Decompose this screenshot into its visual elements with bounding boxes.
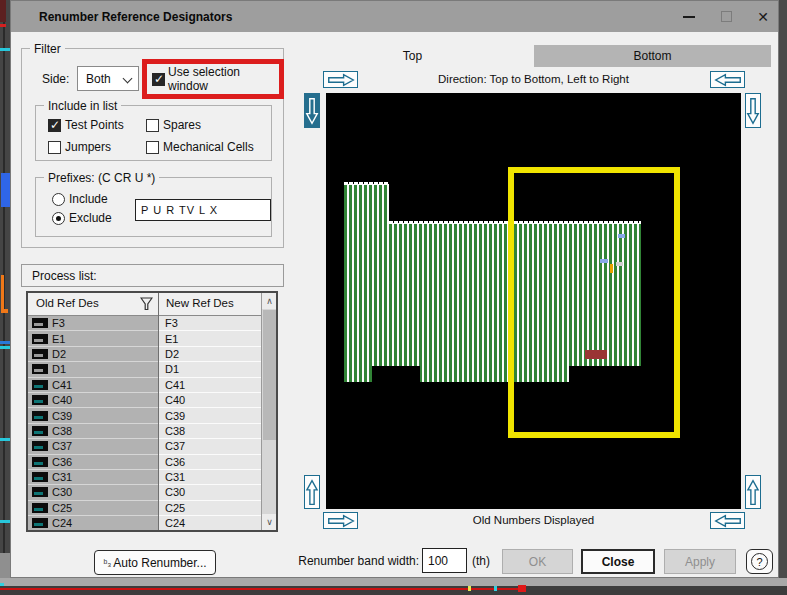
auto-renumber-button[interactable]: ᵇ₃ Auto Renumber... xyxy=(94,550,216,575)
process-table-head[interactable]: Old Ref Des New Ref Des xyxy=(28,293,261,316)
table-row[interactable]: D1 D1 xyxy=(28,362,261,377)
background-app-right-edge xyxy=(779,0,787,595)
old-ref-cell[interactable]: C30 xyxy=(28,485,158,500)
new-ref-cell[interactable]: C24 xyxy=(159,516,261,530)
component-icon xyxy=(32,395,48,405)
use-selection-window-label: Use selection window xyxy=(168,65,279,93)
new-ref-cell[interactable]: C41 xyxy=(159,378,261,393)
scroll-down-button[interactable]: ∨ xyxy=(262,514,277,530)
test-points-checkbox[interactable] xyxy=(48,119,61,132)
new-ref-cell[interactable]: C36 xyxy=(159,455,261,470)
old-ref-cell[interactable]: C36 xyxy=(28,455,158,470)
prefixes-input[interactable]: P U R TV L X xyxy=(135,199,271,221)
old-ref-cell[interactable]: F3 xyxy=(28,316,158,331)
exclude-label: Exclude xyxy=(69,211,112,225)
old-ref-cell[interactable]: D2 xyxy=(28,347,158,362)
minimize-button[interactable] xyxy=(671,1,707,32)
spares-option[interactable]: Spares xyxy=(146,118,201,132)
include-in-list-group: Include in list Test Points Spares Jumpe… xyxy=(35,105,272,161)
arrow-down-button-right[interactable] xyxy=(745,93,761,128)
arrow-up-button-left[interactable] xyxy=(304,475,320,509)
new-ref-cell[interactable]: E1 xyxy=(159,331,261,346)
test-points-option[interactable]: Test Points xyxy=(48,118,124,132)
new-ref-cell[interactable]: D1 xyxy=(159,362,261,377)
table-row[interactable]: C30 C30 xyxy=(28,485,261,500)
new-ref-des-column-header[interactable]: New Ref Des xyxy=(166,297,234,309)
new-ref-cell[interactable]: D2 xyxy=(159,347,261,362)
filter-funnel-icon[interactable] xyxy=(140,297,153,314)
component-icon xyxy=(32,349,48,359)
band-width-label: Renumber band width: xyxy=(251,554,419,568)
new-ref-cell[interactable]: C30 xyxy=(159,485,261,500)
old-ref-des-column-header[interactable]: Old Ref Des xyxy=(36,297,99,309)
table-scrollbar[interactable]: ∧ ∨ xyxy=(261,293,276,530)
old-ref-cell[interactable]: C41 xyxy=(28,378,158,393)
spares-checkbox[interactable] xyxy=(146,119,159,132)
table-row[interactable]: F3 F3 xyxy=(28,316,261,331)
table-row[interactable]: C24 C24 xyxy=(28,516,261,530)
old-ref-cell[interactable]: C37 xyxy=(28,439,158,454)
exclude-radio[interactable] xyxy=(52,212,65,225)
old-ref-value: C24 xyxy=(52,517,72,529)
board-preview[interactable] xyxy=(326,93,741,509)
mechanical-cells-option[interactable]: Mechanical Cells xyxy=(146,140,254,154)
new-ref-value: C37 xyxy=(165,440,185,452)
new-ref-cell[interactable]: C37 xyxy=(159,439,261,454)
table-row[interactable]: C39 C39 xyxy=(28,408,261,423)
table-row[interactable]: C36 C36 xyxy=(28,455,261,470)
new-ref-cell[interactable]: C31 xyxy=(159,470,261,485)
include-radio[interactable] xyxy=(52,193,65,206)
background-mark xyxy=(1,275,4,313)
component-icon xyxy=(32,472,48,482)
old-ref-cell[interactable]: D1 xyxy=(28,362,158,377)
close-dialog-button[interactable]: Close xyxy=(581,549,655,574)
ok-button[interactable]: OK xyxy=(502,549,573,574)
new-ref-cell[interactable]: C39 xyxy=(159,408,261,423)
new-ref-cell[interactable]: C38 xyxy=(159,424,261,439)
mechanical-cells-checkbox[interactable] xyxy=(146,141,159,154)
table-row[interactable]: E1 E1 xyxy=(28,331,261,346)
table-row[interactable]: D2 D2 xyxy=(28,347,261,362)
side-dropdown-value: Both xyxy=(86,72,111,86)
arrow-up-button-right[interactable] xyxy=(745,475,761,509)
old-ref-cell[interactable]: C24 xyxy=(28,516,158,530)
old-ref-cell[interactable]: C39 xyxy=(28,408,158,423)
old-ref-cell[interactable]: C25 xyxy=(28,501,158,516)
old-ref-cell[interactable]: C40 xyxy=(28,393,158,408)
old-ref-value: C30 xyxy=(52,486,72,498)
arrow-down-button-left[interactable] xyxy=(304,93,320,128)
titlebar[interactable]: Renumber Reference Designators ✕ xyxy=(11,1,778,32)
old-ref-cell[interactable]: C38 xyxy=(28,424,158,439)
maximize-button[interactable] xyxy=(708,1,744,32)
scrollbar-thumb[interactable] xyxy=(263,310,276,440)
table-row[interactable]: C41 C41 xyxy=(28,378,261,393)
new-ref-cell[interactable]: C40 xyxy=(159,393,261,408)
table-row[interactable]: C25 C25 xyxy=(28,501,261,516)
arrow-right-button-top-left[interactable] xyxy=(323,71,358,88)
use-selection-window-checkbox[interactable] xyxy=(152,73,165,86)
tab-top[interactable]: Top xyxy=(291,45,534,67)
exclude-option[interactable]: Exclude xyxy=(52,211,112,225)
jumpers-checkbox[interactable] xyxy=(48,141,61,154)
include-option[interactable]: Include xyxy=(52,192,108,206)
side-dropdown[interactable]: Both xyxy=(77,66,139,91)
table-row[interactable]: C40 C40 xyxy=(28,393,261,408)
scroll-up-button[interactable]: ∧ xyxy=(262,293,277,309)
new-ref-cell[interactable]: F3 xyxy=(159,316,261,331)
old-ref-cell[interactable]: E1 xyxy=(28,331,158,346)
apply-button[interactable]: Apply xyxy=(664,549,736,574)
table-row[interactable]: C31 C31 xyxy=(28,470,261,485)
old-ref-cell[interactable]: C31 xyxy=(28,470,158,485)
tab-bottom[interactable]: Bottom xyxy=(534,45,771,67)
new-ref-value: C36 xyxy=(165,456,185,468)
band-width-input[interactable]: 100 xyxy=(422,548,467,573)
close-button[interactable]: ✕ xyxy=(745,1,781,32)
arrow-left-button-top-right[interactable] xyxy=(710,71,745,88)
new-ref-value: C25 xyxy=(165,502,185,514)
old-ref-value: C31 xyxy=(52,471,72,483)
table-row[interactable]: C37 C37 xyxy=(28,439,261,454)
new-ref-cell[interactable]: C25 xyxy=(159,501,261,516)
table-row[interactable]: C38 C38 xyxy=(28,424,261,439)
jumpers-option[interactable]: Jumpers xyxy=(48,140,111,154)
help-button[interactable]: ? xyxy=(746,549,773,574)
